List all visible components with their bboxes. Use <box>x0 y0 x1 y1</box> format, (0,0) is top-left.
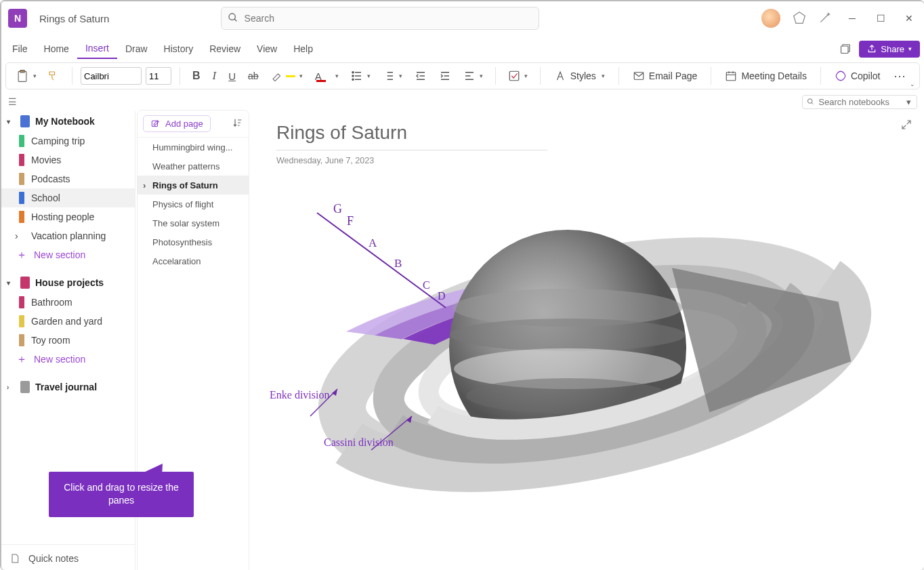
search-icon <box>807 97 814 106</box>
section-group-vacation-planning[interactable]: ›Vacation planning <box>1 226 135 245</box>
search-icon <box>228 12 238 25</box>
minimize-button[interactable]: ─ <box>844 13 860 24</box>
search-notebooks-input[interactable] <box>818 97 902 107</box>
styles-button[interactable]: Styles▾ <box>549 67 610 85</box>
search-input[interactable] <box>221 7 539 30</box>
titlebar: N Rings of Saturn ─ ☐ ✕ <box>1 1 924 35</box>
section-school[interactable]: School <box>1 188 135 207</box>
page-the-solar-system[interactable]: The solar system <box>138 213 249 232</box>
notebook-color-icon <box>20 277 30 289</box>
sort-icon[interactable] <box>232 117 243 130</box>
section-nav: ▾ My Notebook Camping trip Movies Podcas… <box>1 111 135 570</box>
bullet-list-button[interactable]: ▾ <box>347 67 375 85</box>
svg-point-0 <box>229 14 235 20</box>
svg-line-44 <box>317 213 446 308</box>
section-color-icon <box>19 173 24 185</box>
overflow-button[interactable]: ⋯ <box>889 66 911 86</box>
menu-view[interactable]: View <box>249 39 285 58</box>
menu-draw[interactable]: Draw <box>117 39 156 58</box>
outdent-button[interactable] <box>411 67 431 85</box>
menu-review[interactable]: Review <box>201 39 249 58</box>
close-button[interactable]: ✕ <box>901 13 917 24</box>
underline-button[interactable]: U <box>224 68 240 85</box>
notebook-color-icon <box>20 381 30 393</box>
annotation-cassini: Cassini division <box>324 436 394 449</box>
page-physics-of-flight[interactable]: Physics of flight <box>138 195 249 213</box>
svg-line-1 <box>234 19 236 21</box>
add-page-button[interactable]: Add page <box>143 115 211 132</box>
menu-file[interactable]: File <box>4 39 36 58</box>
plus-icon: ＋ <box>16 248 27 262</box>
hamburger-icon[interactable]: ☰ <box>8 96 17 107</box>
chevron-right-icon: › <box>7 384 15 391</box>
saturn-illustration: G F A B C D Enke division Cassini divisi… <box>276 192 900 545</box>
user-avatar[interactable] <box>761 9 780 28</box>
menu-help[interactable]: Help <box>285 39 321 58</box>
todo-tag-button[interactable]: ▾ <box>504 67 532 85</box>
strikethrough-button[interactable]: ab <box>244 68 263 84</box>
menu-history[interactable]: History <box>156 39 202 58</box>
section-color-icon <box>19 296 24 308</box>
expand-icon[interactable] <box>901 119 912 132</box>
format-painter-button[interactable] <box>43 67 64 85</box>
ring-label-a: A <box>369 237 377 249</box>
menu-insert[interactable]: Insert <box>77 39 117 59</box>
highlight-button[interactable]: ▾ <box>267 67 307 85</box>
section-camping-trip[interactable]: Camping trip <box>1 131 135 150</box>
font-color-button[interactable]: A▾ <box>311 68 343 85</box>
section-color-icon <box>19 192 24 204</box>
section-toy-room[interactable]: Toy room <box>1 331 135 350</box>
section-color-icon <box>19 315 24 327</box>
chevron-right-icon: › <box>15 230 24 241</box>
open-in-new-icon[interactable] <box>840 42 852 56</box>
quick-notes-button[interactable]: Quick notes <box>1 544 135 570</box>
svg-rect-24 <box>509 71 519 81</box>
align-button[interactable]: ▾ <box>459 67 487 85</box>
chevron-down-icon: ▾ <box>906 97 911 107</box>
share-button[interactable]: Share ▾ <box>859 41 920 58</box>
global-search[interactable] <box>221 7 539 30</box>
svg-line-31 <box>812 102 813 104</box>
page-photosynthesis[interactable]: Photosynthesis <box>138 232 249 251</box>
section-garden-and-yard[interactable]: Garden and yard <box>1 312 135 331</box>
page-canvas[interactable]: Rings of Saturn Wednesday, June 7, 2023 <box>249 111 924 570</box>
font-size-combo[interactable] <box>146 67 171 85</box>
section-color-icon <box>19 334 24 346</box>
ring-label-g: G <box>333 202 342 216</box>
section-color-icon <box>19 135 24 147</box>
copilot-button[interactable]: Copilot <box>829 67 886 85</box>
premium-icon[interactable] <box>793 11 806 26</box>
section-podcasts[interactable]: Podcasts <box>1 169 135 188</box>
chevron-down-icon: ▾ <box>7 279 15 287</box>
ribbon-collapse-icon[interactable]: ⌄ <box>910 81 915 87</box>
numbered-list-button[interactable]: ▾ <box>379 67 406 85</box>
maximize-button[interactable]: ☐ <box>873 13 889 24</box>
new-section-button[interactable]: ＋New section <box>1 350 135 369</box>
svg-rect-4 <box>18 71 26 81</box>
search-notebooks[interactable]: ▾ <box>802 95 917 109</box>
notebook-house-projects[interactable]: ▾ House projects <box>1 272 135 293</box>
page-rings-of-saturn[interactable]: Rings of Saturn <box>138 176 249 195</box>
email-page-button[interactable]: Email Page <box>627 67 703 85</box>
section-hosting-people[interactable]: Hosting people <box>1 207 135 226</box>
page-accelaration[interactable]: Accelaration <box>138 251 249 270</box>
page-hummingbird[interactable]: Hummingbird wing... <box>138 138 249 157</box>
meeting-details-button[interactable]: Meeting Details <box>719 67 812 85</box>
notebook-my-notebook[interactable]: ▾ My Notebook <box>1 111 135 131</box>
menu-home[interactable]: Home <box>36 39 77 58</box>
annotation-enke: Enke division <box>270 389 329 401</box>
bold-button[interactable]: B <box>188 67 205 85</box>
notebook-travel-journal[interactable]: › Travel journal <box>1 377 135 397</box>
page-weather-patterns[interactable]: Weather patterns <box>138 157 249 176</box>
svg-rect-25 <box>634 73 644 80</box>
new-section-button[interactable]: ＋New section <box>1 245 135 264</box>
font-name-combo[interactable] <box>81 67 142 85</box>
section-bathroom[interactable]: Bathroom <box>1 293 135 312</box>
italic-button[interactable]: I <box>209 66 221 85</box>
page-title[interactable]: Rings of Saturn <box>276 122 897 144</box>
section-movies[interactable]: Movies <box>1 150 135 169</box>
wand-icon[interactable] <box>818 11 832 26</box>
indent-button[interactable] <box>435 67 455 85</box>
paste-button[interactable]: ▾ <box>12 66 41 86</box>
plus-icon: ＋ <box>16 352 27 367</box>
